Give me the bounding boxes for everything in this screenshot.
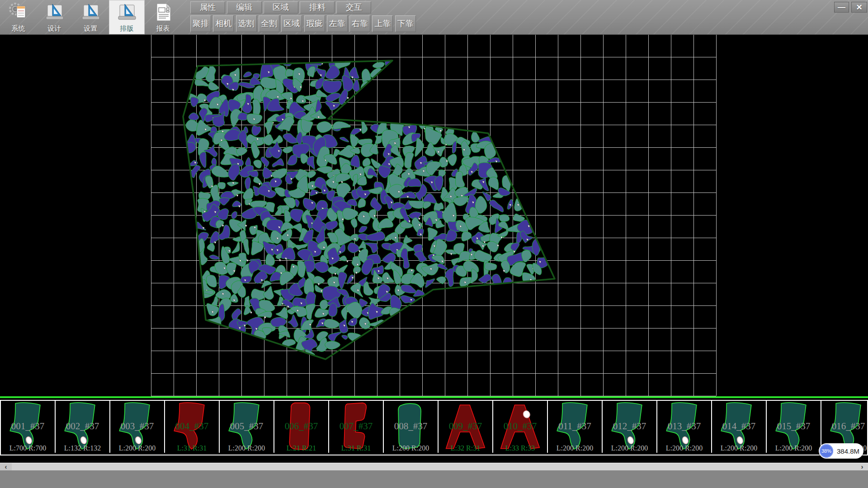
thumbnail-cell[interactable]: 012_#37 L:200 R:200 <box>603 401 657 453</box>
report-icon <box>152 1 174 24</box>
toolbar-button-label: 系统 <box>12 24 25 33</box>
thumbnail-cell[interactable]: 013_#37 L:200 R:200 <box>657 401 712 453</box>
piece-name: 006_#37 <box>274 421 328 432</box>
piece-quantity: L:31 R:31 <box>165 444 219 452</box>
thumbnail-cell[interactable]: 005_#37 L:200 R:200 <box>220 401 274 453</box>
toolbar-button-4[interactable]: 排版 <box>109 0 145 34</box>
thumbnail-cell[interactable]: 009_#37 L:32 R:31 <box>439 401 493 453</box>
thumbnail-cell[interactable]: 004_#37 L:31 R:31 <box>165 401 220 453</box>
piece-name: 009_#37 <box>439 421 492 432</box>
thumbnail-list: 001_#37 L:700 R:700 002_#37 L:132 R:132 … <box>0 400 868 455</box>
progress-percent-badge: 38% <box>820 444 833 458</box>
thumbnail-cell[interactable]: 015_#37 L:200 R:200 <box>767 401 821 453</box>
menu-tab-4[interactable]: 排料 <box>300 1 335 14</box>
menu-tab-1[interactable]: 属性 <box>190 1 225 14</box>
toolbar-button-2[interactable]: 设计 <box>37 0 72 34</box>
ruler-icon <box>44 1 66 24</box>
tool-button-6[interactable]: 瑕疵 <box>304 15 325 32</box>
piece-name: 004_#37 <box>165 421 219 432</box>
toolbar-button-label: 设计 <box>48 24 61 33</box>
thumbnail-cell[interactable]: 006_#37 L:21 R:21 <box>274 401 329 453</box>
horizontal-scrollbar[interactable]: ‹ › <box>0 463 868 471</box>
thumbnail-cell[interactable]: 007_#37 L:31 R:31 <box>329 401 384 453</box>
thumbnail-cell[interactable]: 002_#37 L:132 R:132 <box>56 401 110 453</box>
toolbar-button-label: 排版 <box>120 24 134 33</box>
piece-name: 010_#37 <box>493 421 547 432</box>
tool-button-8[interactable]: 右靠 <box>349 15 370 32</box>
piece-name: 011_#37 <box>548 421 602 432</box>
piece-quantity: L:200 R:200 <box>384 444 438 452</box>
tool-button-1[interactable]: 聚排 <box>190 15 211 32</box>
status-bar <box>0 470 868 488</box>
thumbnail-cell[interactable]: 001_#37 L:700 R:700 <box>1 401 56 453</box>
toolbar-button-5[interactable]: 报表 <box>145 0 181 34</box>
piece-quantity: L:200 R:200 <box>603 444 656 452</box>
menu-tab-2[interactable]: 编辑 <box>227 1 262 14</box>
scroll-right-icon[interactable]: › <box>856 463 868 471</box>
menu-tab-5[interactable]: 交互 <box>336 1 371 14</box>
piece-quantity: L:21 R:21 <box>274 444 328 452</box>
gear-doc-icon <box>8 1 29 24</box>
close-button[interactable]: ✕ <box>851 2 867 13</box>
piece-quantity: L:200 R:200 <box>767 444 821 452</box>
progress-badge: 38% 384.8M <box>819 443 863 459</box>
nested-pieces <box>181 53 550 357</box>
toolbar-button-1[interactable]: 系统 <box>0 0 36 34</box>
ruler-icon <box>116 1 138 24</box>
piece-name: 007_#37 <box>329 421 383 432</box>
thumbnail-cell[interactable]: 003_#37 L:200 R:200 <box>110 401 165 453</box>
piece-name: 005_#37 <box>220 421 274 432</box>
memory-usage-label: 384.8M <box>837 447 859 455</box>
piece-quantity: L:33 R:33 <box>493 444 547 452</box>
piece-name: 003_#37 <box>110 421 164 432</box>
nesting-canvas[interactable] <box>0 35 868 396</box>
ruler-icon <box>80 1 102 24</box>
piece-quantity: L:200 R:200 <box>712 444 766 452</box>
piece-name: 015_#37 <box>767 421 821 432</box>
piece-quantity: L:200 R:200 <box>220 444 274 452</box>
piece-thumbnail-strip: 001_#37 L:700 R:700 002_#37 L:132 R:132 … <box>0 396 868 454</box>
tool-button-10[interactable]: 下靠 <box>395 15 416 32</box>
menu-tab-3[interactable]: 区域 <box>264 1 298 14</box>
piece-name: 014_#37 <box>712 421 766 432</box>
toolbar-button-label: 设置 <box>84 24 98 33</box>
application-window: 系统 设计 设置 排版 报表 属性编辑区域排料交互聚排相机选割全割区域瑕疵左靠右… <box>0 0 868 488</box>
nesting-drawing <box>0 35 868 396</box>
piece-quantity: L:31 R:31 <box>329 444 383 452</box>
tool-button-4[interactable]: 全割 <box>259 15 279 32</box>
piece-quantity: L:132 R:132 <box>56 444 109 452</box>
thumbnail-cell[interactable]: 010_#37 L:33 R:33 <box>493 401 548 453</box>
tool-button-2[interactable]: 相机 <box>213 15 234 32</box>
thumbnail-cell[interactable]: 014_#37 L:200 R:200 <box>712 401 767 453</box>
tool-button-3[interactable]: 选割 <box>236 15 257 32</box>
toolbar-button-label: 报表 <box>156 24 170 33</box>
piece-quantity: L:200 R:200 <box>110 444 164 452</box>
tool-button-5[interactable]: 区域 <box>281 15 302 32</box>
toolbar-button-3[interactable]: 设置 <box>73 0 108 34</box>
thumbnail-cell[interactable]: 008_#37 L:200 R:200 <box>384 401 439 453</box>
piece-name: 002_#37 <box>56 421 109 432</box>
piece-quantity: L:200 R:200 <box>657 444 711 452</box>
piece-name: 012_#37 <box>603 421 656 432</box>
tool-button-9[interactable]: 上靠 <box>372 15 393 32</box>
minimize-button[interactable]: — <box>834 2 849 13</box>
piece-quantity: L:200 R:200 <box>548 444 602 452</box>
toolbar: 系统 设计 设置 排版 报表 属性编辑区域排料交互聚排相机选割全割区域瑕疵左靠右… <box>0 0 868 35</box>
piece-quantity: L:700 R:700 <box>1 444 55 452</box>
piece-quantity: L:32 R:31 <box>439 444 492 452</box>
thumbnail-cell[interactable]: 011_#37 L:200 R:200 <box>548 401 603 453</box>
piece-name: 001_#37 <box>1 421 55 432</box>
scroll-left-icon[interactable]: ‹ <box>0 463 12 471</box>
piece-name: 013_#37 <box>657 421 711 432</box>
piece-name: 016_#37 <box>821 421 868 432</box>
piece-name: 008_#37 <box>384 421 438 432</box>
tool-button-7[interactable]: 左靠 <box>327 15 348 32</box>
